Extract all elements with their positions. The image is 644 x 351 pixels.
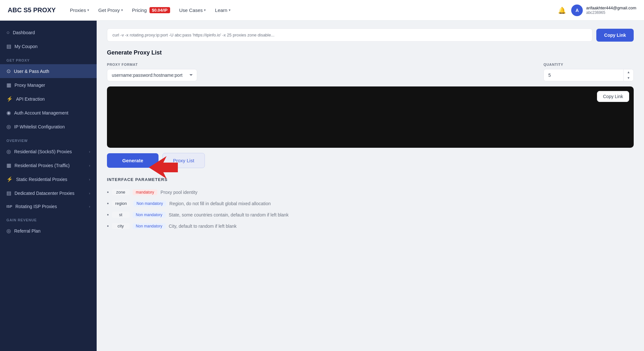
bullet-icon: • (107, 223, 109, 229)
sidebar-item-dashboard[interactable]: ○ Dashboard (0, 26, 97, 39)
param-name-city: city (112, 223, 130, 229)
proxy-format-group: PROXY FORMAT username:password:hostname:… (107, 63, 197, 81)
quantity-down-button[interactable]: ▼ (624, 75, 633, 81)
sidebar: ○ Dashboard ▤ My Coupon Get Proxy ⊙ User… (0, 21, 97, 351)
badge-non-mandatory-region: Non mandatory (133, 201, 166, 206)
generate-button[interactable]: Generate (107, 153, 159, 168)
layout: ○ Dashboard ▤ My Coupon Get Proxy ⊙ User… (0, 21, 644, 351)
sidebar-item-label: Auth Account Management (14, 110, 68, 115)
section-title: Generate Proxy List (107, 49, 634, 56)
action-row: Generate Proxy List (107, 153, 634, 168)
quantity-label: QUANTITY (543, 63, 634, 66)
param-row-zone: • zone mandatory Proxy pool identity (107, 186, 634, 198)
param-row-region: • region Non mandatory Region, do not fi… (107, 198, 634, 209)
param-name-st: st (112, 212, 130, 218)
proxy-format-label: PROXY FORMAT (107, 63, 197, 66)
bullet-icon: • (107, 201, 109, 206)
chevron-down-icon: ▾ (121, 8, 123, 12)
interface-params-title: INTERFACE PARAMETERS (107, 177, 634, 182)
badge-mandatory-zone: mandatory (133, 189, 158, 195)
sidebar-item-label: My Coupon (14, 44, 38, 49)
nav-learn[interactable]: Learn ▾ (211, 5, 234, 15)
sidebar-item-label: User & Pass Auth (14, 69, 49, 74)
chevron-right-icon: › (89, 191, 90, 195)
avatar: A (571, 5, 583, 16)
nav-get-proxy[interactable]: Get Proxy ▾ (94, 5, 127, 15)
quantity-up-button[interactable]: ▲ (624, 69, 633, 75)
param-row-st: • st Non mandatory State, some countries… (107, 209, 634, 220)
whitelist-icon: ◎ (6, 124, 11, 130)
chevron-right-icon: › (89, 205, 90, 208)
chevron-down-icon: ▾ (87, 8, 89, 12)
quantity-arrows: ▲ ▼ (623, 69, 633, 81)
socks5-icon: ◎ (6, 148, 11, 155)
param-name-region: region (112, 200, 130, 206)
copy-link-code-button[interactable]: Copy Link (597, 91, 629, 102)
topnav: ABC S5 PROXY Proxies ▾ Get Proxy ▾ Prici… (0, 0, 644, 21)
static-icon: ⚡ (6, 176, 13, 182)
sidebar-item-label: IP Whitelist Configuration (14, 124, 65, 129)
sidebar-item-auth-account[interactable]: ◉ Auth Account Management (0, 106, 97, 120)
chevron-down-icon: ▾ (229, 8, 231, 12)
traffic-icon: ▦ (6, 162, 11, 168)
sidebar-item-label: Proxy Manager (14, 83, 45, 88)
manager-icon: ▦ (6, 82, 11, 88)
nav-pricing[interactable]: Pricing $0.04/IP (128, 5, 174, 16)
referral-icon: ◎ (6, 228, 11, 234)
user-area[interactable]: A arifaakhter444@gmail.com abc236965 (571, 5, 636, 16)
nav-proxies[interactable]: Proxies ▾ (66, 5, 93, 15)
sidebar-item-label: Dashboard (13, 30, 35, 35)
sidebar-item-residential-socks5[interactable]: ◎ Residential (Socks5) Proxies › (0, 145, 97, 158)
sidebar-item-label: Dedicated Datacenter Proxies (14, 191, 74, 196)
sidebar-item-referral-plan[interactable]: ◎ Referral Plan (0, 224, 97, 238)
user-email: arifaakhter444@gmail.com (586, 5, 636, 10)
sidebar-item-dedicated-datacenter[interactable]: ▤ Dedicated Datacenter Proxies › (0, 186, 97, 200)
isp-icon: ISP (6, 205, 12, 208)
sidebar-item-ip-whitelist[interactable]: ◎ IP Whitelist Configuration (0, 120, 97, 134)
sidebar-item-api-extraction[interactable]: ⚡ API Extraction (0, 92, 97, 106)
proxy-list-button[interactable]: Proxy List (162, 153, 205, 168)
sidebar-item-label: API Extraction (16, 96, 45, 102)
badge-non-mandatory-st: Non mandatory (133, 212, 166, 218)
sidebar-item-static-residential[interactable]: ⚡ Static Residential Proxies › (0, 172, 97, 186)
sidebar-item-residential-traffic[interactable]: ▦ Residential Proxies (Traffic) › (0, 158, 97, 172)
chevron-right-icon: › (89, 164, 90, 167)
sidebar-item-user-pass-auth[interactable]: ⊙ User & Pass Auth (0, 64, 97, 78)
param-row-city: • city Non mandatory City, default to ra… (107, 220, 634, 232)
sidebar-item-label: Residential (Socks5) Proxies (14, 149, 72, 154)
sidebar-item-label: Rotating ISP Proxies (15, 204, 57, 209)
param-desc-zone: Proxy pool identity (160, 190, 197, 195)
auth-icon: ⊙ (6, 68, 11, 74)
logo-text: ABC S5 PROXY (8, 6, 56, 14)
sidebar-item-rotating-isp[interactable]: ISP Rotating ISP Proxies › (0, 200, 97, 213)
pricing-badge: $0.04/IP (149, 7, 170, 13)
copy-link-top-button[interactable]: Copy Link (596, 29, 634, 42)
user-id: abc236965 (586, 10, 636, 15)
coupon-icon: ▤ (6, 43, 11, 49)
bullet-icon: • (107, 212, 109, 218)
account-icon: ◉ (6, 110, 11, 116)
param-name-zone: zone (112, 189, 130, 195)
form-row: PROXY FORMAT username:password:hostname:… (107, 63, 634, 81)
sidebar-item-proxy-manager[interactable]: ▦ Proxy Manager (0, 78, 97, 92)
code-area: Copy Link (107, 86, 634, 148)
datacenter-icon: ▤ (6, 190, 11, 196)
sidebar-item-label: Referral Plan (14, 228, 41, 234)
sidebar-item-label: Residential Proxies (Traffic) (14, 163, 70, 168)
param-desc-st: State, some countries contain, default t… (169, 212, 289, 217)
sidebar-item-label: Static Residential Proxies (16, 177, 67, 182)
quantity-input[interactable] (544, 69, 623, 81)
param-desc-city: City, default to random if left blank (169, 224, 237, 229)
quantity-input-wrap: ▲ ▼ (543, 69, 634, 81)
chevron-down-icon: ▾ (204, 8, 206, 12)
quantity-group: QUANTITY ▲ ▼ (543, 63, 634, 81)
nav-right: 🔔 A arifaakhter444@gmail.com abc236965 (558, 5, 636, 16)
sidebar-item-my-coupon[interactable]: ▤ My Coupon (0, 39, 97, 53)
interface-params-section: INTERFACE PARAMETERS • zone mandatory Pr… (107, 177, 634, 232)
main-content: curl -v -x rotating.proxy:ip:port -U abc… (97, 21, 644, 351)
proxy-format-select[interactable]: username:password:hostname:port hostname… (107, 69, 197, 81)
badge-non-mandatory-city: Non mandatory (133, 223, 166, 229)
nav-use-cases[interactable]: Use Cases ▾ (175, 5, 210, 15)
app-logo[interactable]: ABC S5 PROXY (8, 6, 56, 14)
notification-bell-icon[interactable]: 🔔 (558, 6, 566, 14)
